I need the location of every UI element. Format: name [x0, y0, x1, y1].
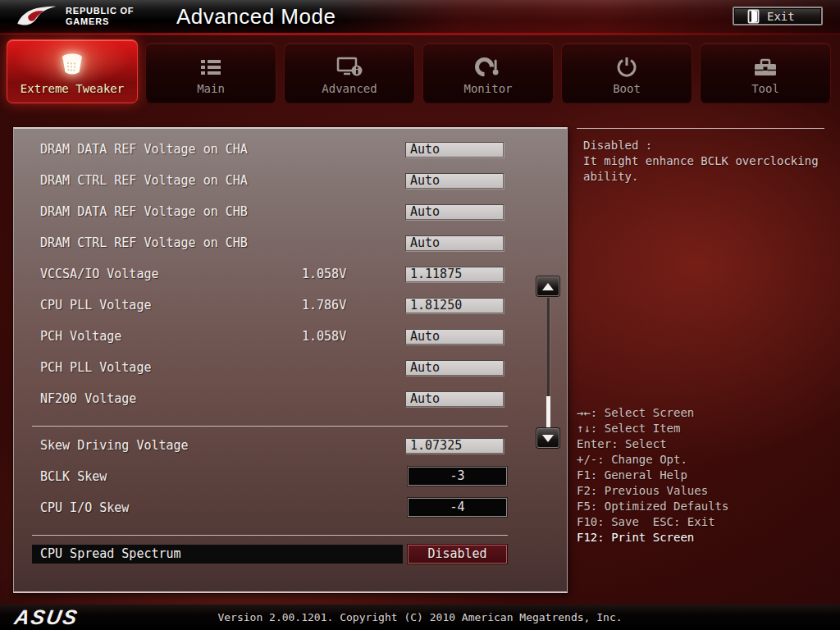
- setting-label: PCH PLL Voltage: [40, 352, 151, 383]
- legend-line: +/-: Change Opt.: [577, 452, 728, 468]
- setting-label: BCLK Skew: [40, 461, 107, 492]
- setting-label: Skew Driving Voltage: [40, 430, 189, 461]
- setting-value-box[interactable]: -4: [408, 498, 507, 517]
- scroll-down-button[interactable]: [536, 428, 559, 448]
- help-line: It might enhance BCLK overclocking: [583, 153, 819, 169]
- tab-advanced[interactable]: Advanced: [284, 43, 415, 103]
- tab-main[interactable]: Main: [145, 43, 276, 103]
- exit-label: Exit: [767, 10, 795, 23]
- help-line: Disabled :: [583, 138, 819, 153]
- setting-value-box[interactable]: Disabled: [408, 545, 507, 564]
- settings-list: DRAM DATA REF Voltage on CHAAutoDRAM CTR…: [14, 129, 567, 570]
- help-text: Disabled :It might enhance BCLK overcloc…: [583, 138, 819, 185]
- tab-tool[interactable]: Tool: [700, 43, 831, 103]
- setting-label: DRAM DATA REF Voltage on CHB: [40, 196, 248, 227]
- setting-value-box[interactable]: Auto: [405, 329, 504, 345]
- setting-row[interactable]: Skew Driving Voltage1.07325: [14, 430, 567, 461]
- legend-line: F10: Save ESC: Exit: [577, 514, 728, 530]
- scroll-up-button[interactable]: [536, 276, 559, 296]
- bios-advanced-mode-screen: REPUBLIC OF GAMERS Advanced Mode Exit Ex…: [0, 0, 840, 630]
- setting-label: VCCSA/IO Voltage: [40, 258, 159, 290]
- triangle-up-icon: [542, 283, 554, 290]
- triangle-down-icon: [542, 435, 554, 442]
- setting-value-box[interactable]: Auto: [405, 173, 504, 189]
- legend-line: ↑↓: Select Item: [577, 421, 728, 436]
- brand-line1: REPUBLIC OF: [66, 6, 134, 16]
- top-bar: REPUBLIC OF GAMERS Advanced Mode Exit: [0, 0, 840, 33]
- setting-value-box[interactable]: 1.81250: [405, 298, 504, 313]
- rog-logo-icon: [15, 2, 57, 34]
- setting-label: DRAM CTRL REF Voltage on CHA: [40, 165, 248, 196]
- knob-icon: [58, 49, 86, 80]
- help-separator-line: [577, 128, 824, 129]
- setting-value-box[interactable]: -3: [408, 467, 507, 486]
- current-voltage-readout: 1.058V: [302, 321, 346, 352]
- version-text: Version 2.00.1201. Copyright (C) 2010 Am…: [0, 605, 840, 630]
- legend-line: F1: General Help: [577, 468, 728, 483]
- setting-row[interactable]: NF200 VoltageAuto: [14, 383, 567, 414]
- setting-label: CPU PLL Voltage: [40, 290, 151, 321]
- setting-value-box[interactable]: Auto: [405, 142, 504, 158]
- tab-boot[interactable]: Boot: [561, 43, 692, 103]
- exit-button[interactable]: Exit: [733, 7, 823, 25]
- setting-row[interactable]: PCH Voltage1.058VAuto: [14, 321, 567, 352]
- exit-door-icon: [747, 9, 760, 24]
- power-icon: [614, 52, 639, 82]
- setting-value-box[interactable]: Auto: [405, 235, 504, 251]
- setting-label: NF200 Voltage: [40, 383, 136, 414]
- tab-bar: Extreme TweakerMainAdvancedMonitorBootTo…: [7, 39, 833, 103]
- tab-label: Boot: [613, 82, 641, 95]
- list-icon: [199, 52, 223, 82]
- setting-row[interactable]: DRAM CTRL REF Voltage on CHBAuto: [14, 227, 567, 258]
- tab-label: Main: [197, 82, 225, 95]
- separator-line: [32, 535, 508, 536]
- setting-value-box[interactable]: Auto: [405, 204, 504, 220]
- legend-line: F12: Print Screen: [577, 530, 728, 546]
- setting-row[interactable]: BCLK Skew-3: [14, 461, 567, 492]
- tab-label: Monitor: [463, 82, 512, 95]
- setting-label: DRAM DATA REF Voltage on CHA: [40, 134, 248, 165]
- setting-row[interactable]: CPU I/O Skew-4: [14, 492, 567, 523]
- setting-row[interactable]: PCH PLL VoltageAuto: [14, 352, 567, 383]
- current-voltage-readout: 1.786V: [302, 290, 346, 321]
- setting-label: CPU Spread Spectrum: [32, 545, 403, 564]
- tab-label: Extreme Tweaker: [21, 82, 124, 95]
- scroll-thumb[interactable]: [546, 396, 550, 428]
- scrollbar: [536, 276, 561, 449]
- gauge-thermometer-icon: [474, 52, 502, 82]
- current-voltage-readout: 1.058V: [302, 258, 346, 290]
- setting-label: CPU I/O Skew: [40, 492, 129, 523]
- key-legend: →←: Select Screen↑↓: Select ItemEnter: S…: [577, 405, 728, 546]
- red-divider-line: [0, 33, 840, 35]
- legend-line: F5: Optimized Defaults: [577, 499, 728, 514]
- setting-label: PCH Voltage: [40, 321, 121, 352]
- legend-line: →←: Select Screen: [577, 405, 728, 421]
- setting-row[interactable]: VCCSA/IO Voltage1.058V1.11875: [14, 258, 567, 290]
- monitor-info-icon: [336, 52, 363, 82]
- settings-panel: DRAM DATA REF Voltage on CHAAutoDRAM CTR…: [13, 127, 568, 593]
- tab-label: Advanced: [322, 82, 377, 95]
- brand-line2: GAMERS: [66, 16, 134, 27]
- footer-bar: ASUS Version 2.00.1201. Copyright (C) 20…: [0, 605, 840, 630]
- separator-line: [32, 426, 508, 427]
- toolbox-icon: [752, 52, 778, 82]
- setting-value-box[interactable]: Auto: [405, 360, 504, 376]
- tab-monitor[interactable]: Monitor: [422, 43, 554, 103]
- page-title: Advanced Mode: [176, 4, 336, 30]
- help-line: ability.: [583, 169, 819, 185]
- tab-label: Tool: [751, 82, 779, 95]
- setting-value-box[interactable]: 1.07325: [405, 438, 504, 454]
- setting-label: DRAM CTRL REF Voltage on CHB: [40, 227, 248, 258]
- setting-row[interactable]: DRAM DATA REF Voltage on CHAAuto: [14, 134, 567, 165]
- setting-row[interactable]: CPU Spread SpectrumDisabled: [14, 539, 567, 570]
- tab-extreme-tweaker[interactable]: Extreme Tweaker: [7, 39, 138, 103]
- setting-row[interactable]: DRAM CTRL REF Voltage on CHAAuto: [14, 165, 567, 196]
- setting-value-box[interactable]: 1.11875: [405, 267, 504, 282]
- setting-row[interactable]: DRAM DATA REF Voltage on CHBAuto: [14, 196, 567, 227]
- legend-line: Enter: Select: [577, 436, 728, 452]
- setting-row[interactable]: CPU PLL Voltage1.786V1.81250: [14, 290, 567, 321]
- setting-value-box[interactable]: Auto: [405, 391, 504, 407]
- brand-text: REPUBLIC OF GAMERS: [66, 6, 134, 27]
- legend-line: F2: Previous Values: [577, 483, 728, 499]
